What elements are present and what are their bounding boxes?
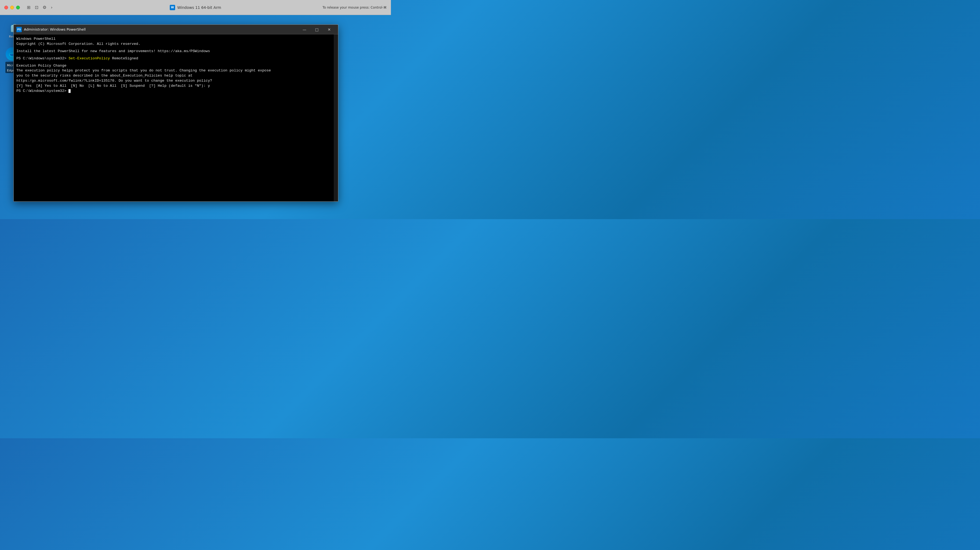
forward-icon[interactable]: ›	[51, 5, 52, 10]
ps-minimize-button[interactable]: —	[298, 25, 311, 34]
desktop: ♻ Recyc... Micro...Edge PS Administrator…	[0, 15, 391, 219]
ps-line-policy-2: you to the security risks described in t…	[16, 73, 335, 78]
ps-titlebar-icon: PS	[16, 27, 22, 32]
ps-command: Set-ExecutionPolicy	[68, 56, 110, 61]
ps-command-param: RemoteSigned	[110, 56, 138, 61]
ps-line-2: Copyright (C) Microsoft Corporation. All…	[16, 41, 335, 47]
ps-titlebar: PS Administrator: Windows PowerShell — □…	[14, 25, 338, 34]
display-icon[interactable]: ⊡	[35, 5, 38, 10]
ps-prompt-1: PS C:\Windows\system32>	[16, 56, 68, 61]
ps-line-3: Install the latest PowerShell for new fe…	[16, 49, 335, 54]
mac-toolbar-icons: ⊞ ⊡ ⚙ ›	[27, 5, 52, 10]
ps-scrollbar[interactable]	[334, 34, 338, 201]
ps-maximize-button[interactable]: □	[311, 25, 323, 34]
ps-titlebar-title: Administrator: Windows PowerShell	[24, 27, 298, 32]
cursor	[68, 89, 71, 93]
ps-line-prompt-final: PS C:\Windows\system32>	[16, 89, 335, 94]
vm-icon: W	[170, 5, 175, 10]
ps-prompt-2: PS C:\Windows\system32>	[16, 89, 68, 93]
ps-line-policy-3: https:/go.microsoft.com/fwlink/?LinkID=1…	[16, 78, 335, 83]
ps-line-options: [Y] Yes [A] Yes to All [N] No [L] No to …	[16, 83, 335, 89]
maximize-button[interactable]	[16, 6, 20, 10]
powershell-window: PS Administrator: Windows PowerShell — □…	[13, 24, 338, 202]
ps-line-cmd: PS C:\Windows\system32> Set-ExecutionPol…	[16, 56, 335, 61]
traffic-lights	[4, 6, 20, 10]
window-title-bar: W Windows 11 64-bit Arm	[170, 5, 221, 10]
minimize-button[interactable]	[10, 6, 14, 10]
ps-line-1: Windows PowerShell	[16, 37, 335, 41]
release-hint: To release your mouse press: Control-⌘	[323, 6, 387, 10]
sidebar-icon[interactable]: ⊞	[27, 5, 30, 10]
ps-terminal-body[interactable]: Windows PowerShell Copyright (C) Microso…	[14, 34, 338, 201]
back-icon[interactable]: ⚙	[43, 5, 46, 10]
ps-controls: — □ ✕	[298, 25, 335, 34]
ps-line-policy-1: The execution policy helps protect you f…	[16, 68, 335, 73]
ps-close-button[interactable]: ✕	[323, 25, 335, 34]
window-title: Windows 11 64-bit Arm	[177, 5, 221, 10]
ps-line-heading: Execution Policy Change	[16, 64, 335, 69]
close-button[interactable]	[4, 6, 8, 10]
mac-titlebar: ⊞ ⊡ ⚙ › W Windows 11 64-bit Arm To relea…	[0, 0, 391, 15]
